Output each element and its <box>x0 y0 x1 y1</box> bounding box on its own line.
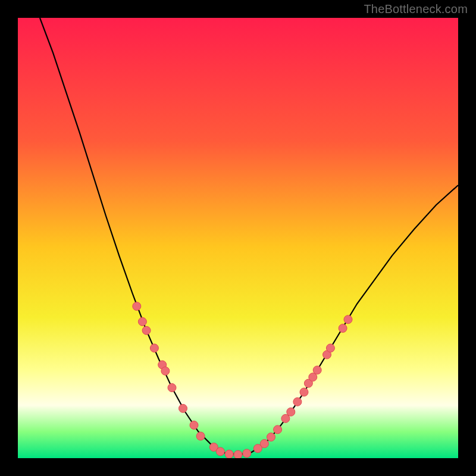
chart-svg <box>18 18 458 458</box>
curve-marker <box>196 432 205 440</box>
curve-marker <box>138 318 146 326</box>
curve-marker <box>339 324 347 333</box>
outer-frame: TheBottleneck.com <box>0 0 476 476</box>
curve-marker <box>243 449 251 458</box>
chart-plot-area <box>18 18 458 458</box>
curve-marker <box>300 388 308 396</box>
curve-marker <box>287 408 295 416</box>
curve-marker <box>179 404 187 412</box>
curve-marker <box>267 433 275 441</box>
curve-marker <box>216 447 224 456</box>
curve-marker <box>274 425 282 434</box>
curve-marker <box>326 344 334 352</box>
curve-marker <box>150 344 158 352</box>
curve-marker <box>293 397 302 406</box>
curve-marker <box>313 366 321 374</box>
curve-marker <box>225 450 233 458</box>
curve-marker <box>234 450 242 458</box>
gradient-background <box>18 18 458 458</box>
curve-marker <box>344 315 352 324</box>
curve-marker <box>190 421 198 430</box>
curve-marker <box>142 326 151 334</box>
curve-marker <box>133 302 141 311</box>
watermark-text: TheBottleneck.com <box>364 2 468 16</box>
curve-marker <box>168 384 176 392</box>
curve-marker <box>260 440 268 448</box>
curve-marker <box>161 367 170 375</box>
